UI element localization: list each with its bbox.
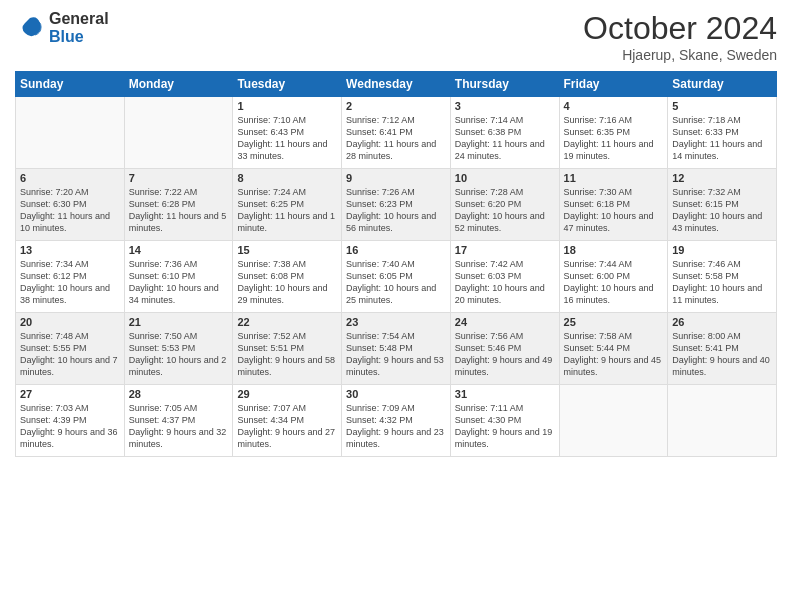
day-number: 21	[129, 316, 229, 328]
week-row-2: 13Sunrise: 7:34 AMSunset: 6:12 PMDayligh…	[16, 241, 777, 313]
day-number: 11	[564, 172, 664, 184]
cell-4-0: 27Sunrise: 7:03 AMSunset: 4:39 PMDayligh…	[16, 385, 125, 457]
cell-details: Sunrise: 7:20 AMSunset: 6:30 PMDaylight:…	[20, 187, 110, 233]
cell-details: Sunrise: 7:58 AMSunset: 5:44 PMDaylight:…	[564, 331, 662, 377]
cell-details: Sunrise: 7:56 AMSunset: 5:46 PMDaylight:…	[455, 331, 553, 377]
cell-details: Sunrise: 7:32 AMSunset: 6:15 PMDaylight:…	[672, 187, 762, 233]
cell-1-2: 8Sunrise: 7:24 AMSunset: 6:25 PMDaylight…	[233, 169, 342, 241]
day-number: 1	[237, 100, 337, 112]
cell-3-1: 21Sunrise: 7:50 AMSunset: 5:53 PMDayligh…	[124, 313, 233, 385]
day-number: 4	[564, 100, 664, 112]
calendar-table: Sunday Monday Tuesday Wednesday Thursday…	[15, 71, 777, 457]
col-tuesday: Tuesday	[233, 72, 342, 97]
col-thursday: Thursday	[450, 72, 559, 97]
day-number: 22	[237, 316, 337, 328]
day-number: 20	[20, 316, 120, 328]
cell-details: Sunrise: 7:48 AMSunset: 5:55 PMDaylight:…	[20, 331, 118, 377]
cell-3-6: 26Sunrise: 8:00 AMSunset: 5:41 PMDayligh…	[668, 313, 777, 385]
day-number: 8	[237, 172, 337, 184]
logo-blue: Blue	[49, 28, 109, 46]
cell-1-4: 10Sunrise: 7:28 AMSunset: 6:20 PMDayligh…	[450, 169, 559, 241]
day-number: 17	[455, 244, 555, 256]
cell-4-6	[668, 385, 777, 457]
cell-details: Sunrise: 8:00 AMSunset: 5:41 PMDaylight:…	[672, 331, 770, 377]
month-title: October 2024	[583, 10, 777, 47]
cell-0-6: 5Sunrise: 7:18 AMSunset: 6:33 PMDaylight…	[668, 97, 777, 169]
cell-3-2: 22Sunrise: 7:52 AMSunset: 5:51 PMDayligh…	[233, 313, 342, 385]
day-number: 15	[237, 244, 337, 256]
col-saturday: Saturday	[668, 72, 777, 97]
day-number: 27	[20, 388, 120, 400]
cell-details: Sunrise: 7:50 AMSunset: 5:53 PMDaylight:…	[129, 331, 227, 377]
cell-details: Sunrise: 7:36 AMSunset: 6:10 PMDaylight:…	[129, 259, 219, 305]
day-number: 12	[672, 172, 772, 184]
week-row-4: 27Sunrise: 7:03 AMSunset: 4:39 PMDayligh…	[16, 385, 777, 457]
cell-details: Sunrise: 7:03 AMSunset: 4:39 PMDaylight:…	[20, 403, 118, 449]
header-row: Sunday Monday Tuesday Wednesday Thursday…	[16, 72, 777, 97]
cell-1-1: 7Sunrise: 7:22 AMSunset: 6:28 PMDaylight…	[124, 169, 233, 241]
col-monday: Monday	[124, 72, 233, 97]
cell-3-0: 20Sunrise: 7:48 AMSunset: 5:55 PMDayligh…	[16, 313, 125, 385]
day-number: 16	[346, 244, 446, 256]
cell-details: Sunrise: 7:46 AMSunset: 5:58 PMDaylight:…	[672, 259, 762, 305]
cell-1-6: 12Sunrise: 7:32 AMSunset: 6:15 PMDayligh…	[668, 169, 777, 241]
day-number: 7	[129, 172, 229, 184]
week-row-3: 20Sunrise: 7:48 AMSunset: 5:55 PMDayligh…	[16, 313, 777, 385]
day-number: 19	[672, 244, 772, 256]
day-number: 5	[672, 100, 772, 112]
day-number: 2	[346, 100, 446, 112]
day-number: 13	[20, 244, 120, 256]
cell-4-1: 28Sunrise: 7:05 AMSunset: 4:37 PMDayligh…	[124, 385, 233, 457]
cell-details: Sunrise: 7:44 AMSunset: 6:00 PMDaylight:…	[564, 259, 654, 305]
cell-2-4: 17Sunrise: 7:42 AMSunset: 6:03 PMDayligh…	[450, 241, 559, 313]
col-wednesday: Wednesday	[342, 72, 451, 97]
cell-4-4: 31Sunrise: 7:11 AMSunset: 4:30 PMDayligh…	[450, 385, 559, 457]
cell-0-2: 1Sunrise: 7:10 AMSunset: 6:43 PMDaylight…	[233, 97, 342, 169]
col-friday: Friday	[559, 72, 668, 97]
cell-3-5: 25Sunrise: 7:58 AMSunset: 5:44 PMDayligh…	[559, 313, 668, 385]
cell-3-3: 23Sunrise: 7:54 AMSunset: 5:48 PMDayligh…	[342, 313, 451, 385]
page: General Blue October 2024 Hjaerup, Skane…	[0, 0, 792, 612]
cell-0-5: 4Sunrise: 7:16 AMSunset: 6:35 PMDaylight…	[559, 97, 668, 169]
cell-details: Sunrise: 7:28 AMSunset: 6:20 PMDaylight:…	[455, 187, 545, 233]
day-number: 6	[20, 172, 120, 184]
cell-details: Sunrise: 7:12 AMSunset: 6:41 PMDaylight:…	[346, 115, 436, 161]
logo-icon	[15, 13, 45, 43]
logo-general: General	[49, 10, 109, 28]
day-number: 23	[346, 316, 446, 328]
week-row-1: 6Sunrise: 7:20 AMSunset: 6:30 PMDaylight…	[16, 169, 777, 241]
day-number: 28	[129, 388, 229, 400]
cell-details: Sunrise: 7:07 AMSunset: 4:34 PMDaylight:…	[237, 403, 335, 449]
cell-details: Sunrise: 7:09 AMSunset: 4:32 PMDaylight:…	[346, 403, 444, 449]
cell-1-3: 9Sunrise: 7:26 AMSunset: 6:23 PMDaylight…	[342, 169, 451, 241]
cell-details: Sunrise: 7:22 AMSunset: 6:28 PMDaylight:…	[129, 187, 227, 233]
cell-details: Sunrise: 7:52 AMSunset: 5:51 PMDaylight:…	[237, 331, 335, 377]
cell-details: Sunrise: 7:16 AMSunset: 6:35 PMDaylight:…	[564, 115, 654, 161]
header: General Blue October 2024 Hjaerup, Skane…	[15, 10, 777, 63]
cell-details: Sunrise: 7:10 AMSunset: 6:43 PMDaylight:…	[237, 115, 327, 161]
cell-0-3: 2Sunrise: 7:12 AMSunset: 6:41 PMDaylight…	[342, 97, 451, 169]
logo: General Blue	[15, 10, 109, 45]
cell-0-1	[124, 97, 233, 169]
day-number: 9	[346, 172, 446, 184]
cell-4-2: 29Sunrise: 7:07 AMSunset: 4:34 PMDayligh…	[233, 385, 342, 457]
cell-details: Sunrise: 7:54 AMSunset: 5:48 PMDaylight:…	[346, 331, 444, 377]
cell-0-4: 3Sunrise: 7:14 AMSunset: 6:38 PMDaylight…	[450, 97, 559, 169]
title-block: October 2024 Hjaerup, Skane, Sweden	[583, 10, 777, 63]
day-number: 26	[672, 316, 772, 328]
col-sunday: Sunday	[16, 72, 125, 97]
day-number: 30	[346, 388, 446, 400]
cell-2-3: 16Sunrise: 7:40 AMSunset: 6:05 PMDayligh…	[342, 241, 451, 313]
cell-details: Sunrise: 7:05 AMSunset: 4:37 PMDaylight:…	[129, 403, 227, 449]
cell-details: Sunrise: 7:11 AMSunset: 4:30 PMDaylight:…	[455, 403, 553, 449]
cell-0-0	[16, 97, 125, 169]
cell-4-5	[559, 385, 668, 457]
cell-details: Sunrise: 7:30 AMSunset: 6:18 PMDaylight:…	[564, 187, 654, 233]
cell-2-0: 13Sunrise: 7:34 AMSunset: 6:12 PMDayligh…	[16, 241, 125, 313]
day-number: 24	[455, 316, 555, 328]
location: Hjaerup, Skane, Sweden	[583, 47, 777, 63]
cell-1-0: 6Sunrise: 7:20 AMSunset: 6:30 PMDaylight…	[16, 169, 125, 241]
week-row-0: 1Sunrise: 7:10 AMSunset: 6:43 PMDaylight…	[16, 97, 777, 169]
cell-1-5: 11Sunrise: 7:30 AMSunset: 6:18 PMDayligh…	[559, 169, 668, 241]
logo-text: General Blue	[49, 10, 109, 45]
